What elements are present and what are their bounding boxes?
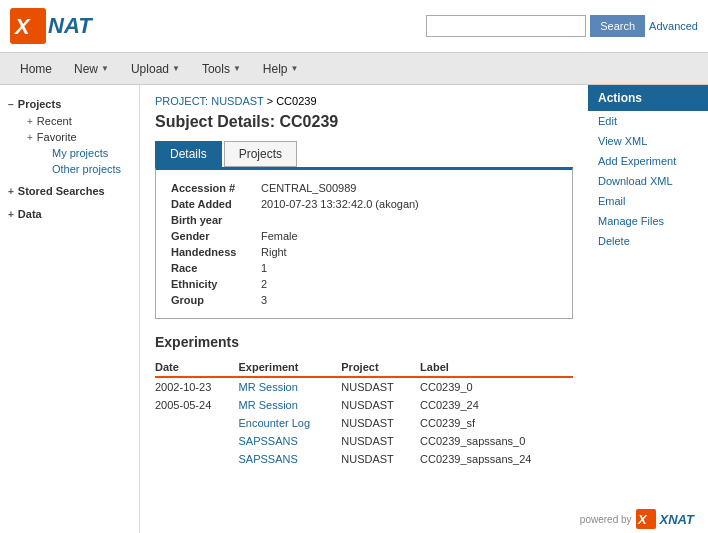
exp-project: NUSDAST [341, 414, 420, 432]
table-row: SAPSSANSNUSDASTCC0239_sapssans_0 [155, 432, 573, 450]
exp-project: NUSDAST [341, 396, 420, 414]
action-item-view-xml[interactable]: View XML [588, 131, 708, 151]
projects-expand-icon: − [8, 99, 14, 110]
search-button[interactable]: Search [590, 15, 645, 37]
nav-help-arrow: ▼ [291, 64, 299, 73]
tab-details[interactable]: Details [155, 141, 222, 167]
detail-tabs: Details Projects [155, 141, 573, 167]
actions-header: Actions [588, 85, 708, 111]
xnat-logo-icon: X [10, 8, 46, 44]
footer-logo-icon: X [636, 509, 656, 529]
table-row: Encounter LogNUSDASTCC0239_sf [155, 414, 573, 432]
page-title: Subject Details: CC0239 [155, 113, 573, 131]
detail-accession: Accession # CENTRAL_S00989 [171, 180, 557, 196]
detail-race: Race 1 [171, 260, 557, 276]
exp-experiment-link[interactable]: MR Session [239, 399, 298, 411]
footer: powered by X XNAT [576, 505, 698, 533]
nav-new-arrow: ▼ [101, 64, 109, 73]
tab-projects[interactable]: Projects [224, 141, 297, 167]
sidebar-data[interactable]: + Data [0, 205, 139, 223]
logo-text: NAT [48, 13, 92, 39]
col-date: Date [155, 358, 239, 377]
exp-date [155, 414, 239, 432]
exp-experiment[interactable]: MR Session [239, 396, 342, 414]
nav-tools-arrow: ▼ [233, 64, 241, 73]
detail-handedness: Handedness Right [171, 244, 557, 260]
exp-label: CC0239_0 [420, 377, 573, 396]
exp-experiment[interactable]: SAPSSANS [239, 450, 342, 468]
search-input[interactable] [426, 15, 586, 37]
sidebar-other-projects[interactable]: Other projects [22, 161, 139, 177]
svg-text:X: X [637, 512, 648, 527]
table-row: SAPSSANSNUSDASTCC0239_sapssans_24 [155, 450, 573, 468]
action-item-add-experiment[interactable]: Add Experiment [588, 151, 708, 171]
exp-label: CC0239_24 [420, 396, 573, 414]
nav-upload-arrow: ▼ [172, 64, 180, 73]
detail-group: Group 3 [171, 292, 557, 308]
experiments-title: Experiments [155, 334, 573, 350]
exp-experiment[interactable]: SAPSSANS [239, 432, 342, 450]
sidebar-projects[interactable]: − Projects [0, 95, 139, 113]
nav-upload[interactable]: Upload ▼ [121, 56, 190, 82]
exp-experiment-link[interactable]: Encounter Log [239, 417, 311, 429]
nav-new[interactable]: New ▼ [64, 56, 119, 82]
nav-help[interactable]: Help ▼ [253, 56, 309, 82]
favorite-expand-icon: + [27, 132, 33, 143]
exp-experiment[interactable]: Encounter Log [239, 414, 342, 432]
sidebar-recent[interactable]: + Recent [22, 113, 139, 129]
exp-experiment-link[interactable]: MR Session [239, 381, 298, 393]
action-item-email[interactable]: Email [588, 191, 708, 211]
actions-panel: Actions EditView XMLAdd ExperimentDownlo… [588, 85, 708, 533]
stored-searches-expand-icon: + [8, 186, 14, 197]
advanced-link[interactable]: Advanced [649, 20, 698, 32]
experiments-section: Experiments Date Experiment Project Labe… [155, 334, 573, 468]
details-panel: Accession # CENTRAL_S00989 Date Added 20… [155, 167, 573, 319]
table-row: 2005-05-24MR SessionNUSDASTCC0239_24 [155, 396, 573, 414]
exp-date [155, 432, 239, 450]
exp-date: 2002-10-23 [155, 377, 239, 396]
main-layout: − Projects + Recent + Favorite My projec… [0, 85, 708, 533]
breadcrumb: PROJECT: NUSDAST > CC0239 [155, 95, 573, 107]
footer-powered-by: powered by [580, 514, 632, 525]
action-item-edit[interactable]: Edit [588, 111, 708, 131]
logo: X NAT [10, 8, 130, 44]
exp-project: NUSDAST [341, 377, 420, 396]
col-experiment: Experiment [239, 358, 342, 377]
exp-label: CC0239_sf [420, 414, 573, 432]
sidebar-favorite[interactable]: + Favorite [22, 129, 139, 145]
exp-project: NUSDAST [341, 432, 420, 450]
sidebar-my-projects[interactable]: My projects [22, 145, 139, 161]
data-expand-icon: + [8, 209, 14, 220]
action-item-manage-files[interactable]: Manage Files [588, 211, 708, 231]
detail-ethnicity: Ethnicity 2 [171, 276, 557, 292]
col-project: Project [341, 358, 420, 377]
action-item-download-xml[interactable]: Download XML [588, 171, 708, 191]
breadcrumb-current: CC0239 [276, 95, 316, 107]
detail-date-added: Date Added 2010-07-23 13:32:42.0 (akogan… [171, 196, 557, 212]
exp-experiment[interactable]: MR Session [239, 377, 342, 396]
footer-logo-text: XNAT [660, 512, 694, 527]
nav-home[interactable]: Home [10, 56, 62, 82]
exp-date: 2005-05-24 [155, 396, 239, 414]
exp-label: CC0239_sapssans_0 [420, 432, 573, 450]
recent-expand-icon: + [27, 116, 33, 127]
exp-experiment-link[interactable]: SAPSSANS [239, 435, 298, 447]
sidebar: − Projects + Recent + Favorite My projec… [0, 85, 140, 533]
exp-experiment-link[interactable]: SAPSSANS [239, 453, 298, 465]
nav-tools[interactable]: Tools ▼ [192, 56, 251, 82]
exp-project: NUSDAST [341, 450, 420, 468]
experiments-table: Date Experiment Project Label 2002-10-23… [155, 358, 573, 468]
exp-label: CC0239_sapssans_24 [420, 450, 573, 468]
action-item-delete[interactable]: Delete [588, 231, 708, 251]
detail-birth-year: Birth year [171, 212, 557, 228]
exp-date [155, 450, 239, 468]
sidebar-stored-searches[interactable]: + Stored Searches [0, 182, 139, 200]
actions-list: EditView XMLAdd ExperimentDownload XMLEm… [588, 111, 708, 251]
table-row: 2002-10-23MR SessionNUSDASTCC0239_0 [155, 377, 573, 396]
breadcrumb-separator: > [267, 95, 276, 107]
col-label: Label [420, 358, 573, 377]
breadcrumb-project-link[interactable]: PROJECT: NUSDAST [155, 95, 264, 107]
search-area: Search Advanced [426, 15, 698, 37]
content-area: PROJECT: NUSDAST > CC0239 Subject Detail… [140, 85, 588, 533]
navbar: Home New ▼ Upload ▼ Tools ▼ Help ▼ [0, 53, 708, 85]
